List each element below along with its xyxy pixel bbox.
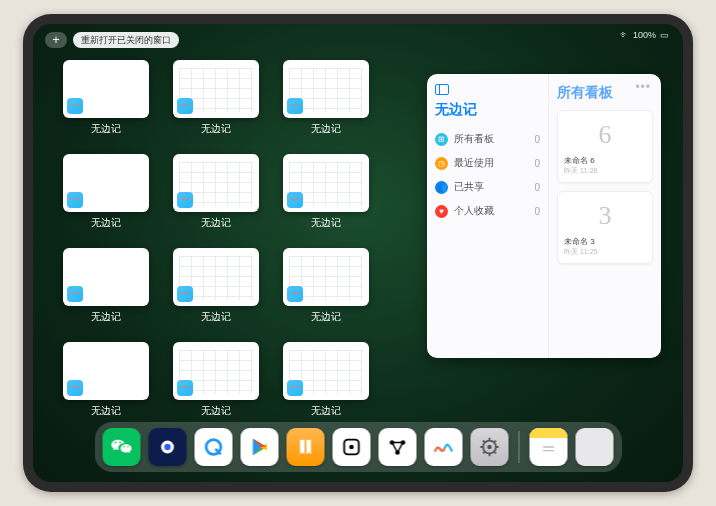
- thumb-preview: [63, 342, 149, 400]
- freeform-app-icon: [287, 192, 303, 208]
- thumb-label: 无边记: [311, 216, 341, 230]
- freeform-app-icon: [67, 98, 83, 114]
- freeform-app-icon: [287, 98, 303, 114]
- category-label: 已共享: [454, 180, 484, 194]
- category-item[interactable]: ◷最近使用0: [435, 151, 540, 175]
- thumb-label: 无边记: [91, 404, 121, 418]
- dock-app-connect[interactable]: [379, 428, 417, 466]
- dock-app-books[interactable]: [287, 428, 325, 466]
- window-thumb[interactable]: 无边记: [283, 248, 369, 324]
- window-thumb[interactable]: 无边记: [283, 342, 369, 418]
- window-thumb[interactable]: 无边记: [173, 248, 259, 324]
- window-thumb[interactable]: 无边记: [173, 342, 259, 418]
- panel-left-title: 无边记: [435, 101, 540, 119]
- dock-app-dice[interactable]: [333, 428, 371, 466]
- freeform-app-icon: [67, 380, 83, 396]
- freeform-app-icon: [177, 286, 193, 302]
- dock-app-quark[interactable]: [149, 428, 187, 466]
- freeform-app-icon: [287, 380, 303, 396]
- category-label: 所有看板: [454, 132, 494, 146]
- dock-app-qqbrowser[interactable]: [195, 428, 233, 466]
- thumb-label: 无边记: [201, 310, 231, 324]
- category-count: 0: [534, 134, 540, 145]
- thumb-preview: [173, 342, 259, 400]
- window-thumb[interactable]: 无边记: [173, 60, 259, 136]
- window-grid: 无边记无边记无边记无边记无边记无边记无边记无边记无边记无边记无边记无边记: [63, 60, 443, 418]
- freeform-app-icon: [177, 98, 193, 114]
- category-count: 0: [534, 182, 540, 193]
- new-window-button[interactable]: +: [45, 32, 67, 48]
- window-thumb[interactable]: 无边记: [63, 248, 149, 324]
- thumb-preview: [173, 248, 259, 306]
- category-item[interactable]: 👥已共享0: [435, 175, 540, 199]
- thumb-label: 无边记: [91, 122, 121, 136]
- battery-text: 100%: [633, 30, 656, 40]
- window-thumb[interactable]: 无边记: [173, 154, 259, 230]
- svg-point-1: [164, 444, 170, 450]
- wifi-icon: ᯤ: [620, 30, 629, 40]
- dock-app-app-library[interactable]: [576, 428, 614, 466]
- dock-app-play[interactable]: [241, 428, 279, 466]
- thumb-preview: [173, 60, 259, 118]
- thumb-preview: [63, 154, 149, 212]
- board-card[interactable]: 6未命名 6昨天 11:28: [557, 110, 653, 183]
- dock-app-notes[interactable]: [530, 428, 568, 466]
- thumb-label: 无边记: [201, 404, 231, 418]
- category-item[interactable]: ♥个人收藏0: [435, 199, 540, 223]
- category-icon: ◷: [435, 157, 448, 170]
- thumb-preview: [283, 342, 369, 400]
- more-icon[interactable]: •••: [635, 80, 651, 94]
- reopen-closed-window-button[interactable]: 重新打开已关闭的窗口: [73, 32, 179, 48]
- thumb-preview: [173, 154, 259, 212]
- thumb-preview: [63, 60, 149, 118]
- dock: [95, 422, 622, 472]
- category-icon: ♥: [435, 205, 448, 218]
- window-thumb[interactable]: 无边记: [283, 60, 369, 136]
- category-icon: ⊞: [435, 133, 448, 146]
- freeform-app-icon: [287, 286, 303, 302]
- thumb-label: 无边记: [311, 122, 341, 136]
- category-count: 0: [534, 158, 540, 169]
- board-sketch: 3: [564, 196, 646, 236]
- sidebar-panel: 无边记 ⊞所有看板0◷最近使用0👥已共享0♥个人收藏0 ••• 所有看板 6未命…: [427, 74, 661, 358]
- panel-head: [435, 84, 540, 95]
- category-icon: 👥: [435, 181, 448, 194]
- status-bar: ᯤ 100% ▭: [620, 30, 669, 40]
- dock-separator: [519, 431, 520, 463]
- freeform-app-icon: [67, 192, 83, 208]
- window-thumb[interactable]: 无边记: [283, 154, 369, 230]
- svg-point-9: [487, 445, 492, 450]
- board-subtitle: 昨天 11:28: [564, 166, 646, 176]
- window-thumb[interactable]: 无边记: [63, 154, 149, 230]
- dock-app-wechat[interactable]: [103, 428, 141, 466]
- svg-point-4: [349, 445, 354, 450]
- window-thumb[interactable]: 无边记: [63, 342, 149, 418]
- thumb-preview: [283, 154, 369, 212]
- top-bar: + 重新打开已关闭的窗口: [45, 32, 179, 48]
- freeform-app-icon: [177, 380, 193, 396]
- board-title: 未命名 6: [564, 155, 646, 166]
- panel-left: 无边记 ⊞所有看板0◷最近使用0👥已共享0♥个人收藏0: [427, 74, 549, 358]
- window-thumb[interactable]: 无边记: [63, 60, 149, 136]
- thumb-label: 无边记: [201, 216, 231, 230]
- thumb-label: 无边记: [91, 310, 121, 324]
- thumb-label: 无边记: [311, 404, 341, 418]
- dock-app-settings[interactable]: [471, 428, 509, 466]
- dock-app-freeform[interactable]: [425, 428, 463, 466]
- thumb-label: 无边记: [201, 122, 231, 136]
- thumb-label: 无边记: [91, 216, 121, 230]
- panel-right: ••• 所有看板 6未命名 6昨天 11:283未命名 3昨天 11:25: [549, 74, 661, 358]
- thumb-preview: [283, 248, 369, 306]
- sidebar-toggle-icon[interactable]: [435, 84, 449, 95]
- battery-icon: ▭: [660, 30, 669, 40]
- board-title: 未命名 3: [564, 236, 646, 247]
- thumb-preview: [283, 60, 369, 118]
- freeform-app-icon: [67, 286, 83, 302]
- thumb-preview: [63, 248, 149, 306]
- thumb-label: 无边记: [311, 310, 341, 324]
- board-card[interactable]: 3未命名 3昨天 11:25: [557, 191, 653, 264]
- category-item[interactable]: ⊞所有看板0: [435, 127, 540, 151]
- board-sketch: 6: [564, 115, 646, 155]
- freeform-app-icon: [177, 192, 193, 208]
- category-label: 最近使用: [454, 156, 494, 170]
